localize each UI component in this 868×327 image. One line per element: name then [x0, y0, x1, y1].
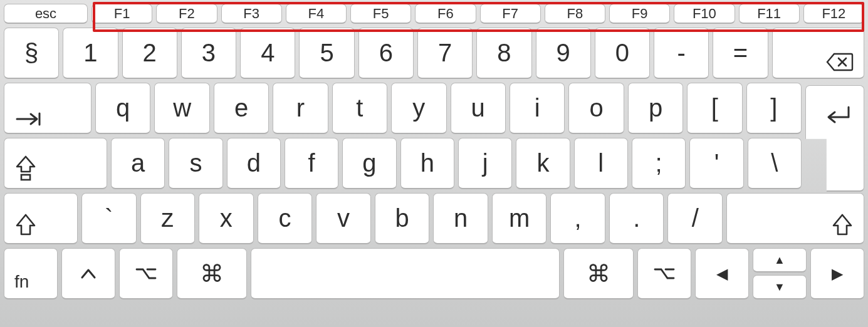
f2-label: F2	[179, 6, 195, 22]
f8-key[interactable]: F8	[545, 4, 605, 24]
digit-7-label: 7	[438, 39, 452, 67]
b-key[interactable]: b	[375, 193, 430, 244]
digit-6-label: 6	[379, 39, 393, 67]
o-key[interactable]: o	[568, 83, 624, 134]
x-key[interactable]: x	[199, 193, 254, 244]
f5-key[interactable]: F5	[350, 4, 411, 24]
l-key[interactable]: l	[574, 138, 628, 189]
f-key[interactable]: f	[285, 138, 338, 189]
digit-3-label: 3	[202, 39, 216, 67]
arrow-down-key[interactable]: ▼	[753, 275, 807, 299]
f11-key[interactable]: F11	[739, 4, 800, 24]
l-label: l	[598, 149, 604, 177]
f12-key[interactable]: F12	[803, 4, 864, 24]
t-key[interactable]: t	[332, 83, 387, 134]
f1-key[interactable]: F1	[92, 4, 152, 24]
digit-3-key[interactable]: 3	[181, 28, 236, 79]
f3-key[interactable]: F3	[221, 4, 282, 24]
backslash-key[interactable]: \	[748, 138, 802, 189]
d-label: d	[247, 149, 261, 177]
digit-4-key[interactable]: 4	[240, 28, 295, 79]
r-key[interactable]: r	[273, 83, 328, 134]
d-key[interactable]: d	[227, 138, 281, 189]
f10-key[interactable]: F10	[674, 4, 735, 24]
fn-key[interactable]: fn	[4, 248, 58, 299]
j-key[interactable]: j	[458, 138, 512, 189]
minus-key[interactable]: -	[654, 28, 709, 79]
a-key[interactable]: a	[111, 138, 165, 189]
comma-key[interactable]: ,	[550, 193, 605, 244]
k-key[interactable]: k	[516, 138, 570, 189]
backtick-key[interactable]: `	[81, 193, 137, 244]
z-key[interactable]: z	[140, 193, 196, 244]
space-key[interactable]	[251, 248, 560, 299]
esc-key[interactable]: esc	[4, 4, 88, 24]
k-label: k	[536, 149, 549, 177]
slash-key[interactable]: /	[667, 193, 723, 244]
digit-4-label: 4	[261, 39, 275, 67]
semicolon-key[interactable]: ;	[632, 138, 686, 189]
equals-label: =	[733, 39, 748, 67]
apostrophe-key[interactable]: '	[689, 138, 743, 189]
section-label: §	[24, 39, 38, 67]
backspace-key[interactable]	[772, 28, 864, 79]
m-label: m	[509, 204, 530, 232]
digit-2-key[interactable]: 2	[122, 28, 177, 79]
j-label: j	[483, 149, 488, 177]
f2-key[interactable]: F2	[156, 4, 217, 24]
o-label: o	[589, 94, 603, 122]
right-command-key[interactable]: ⌘	[563, 248, 634, 299]
tab-key[interactable]	[4, 83, 92, 134]
capslock-key[interactable]	[4, 138, 107, 189]
s-key[interactable]: s	[169, 138, 222, 189]
digit-6-key[interactable]: 6	[358, 28, 414, 79]
right-shift-key[interactable]	[726, 193, 864, 244]
digit-7-key[interactable]: 7	[417, 28, 473, 79]
f4-label: F4	[308, 6, 325, 22]
digit-5-key[interactable]: 5	[299, 28, 354, 79]
u-key[interactable]: u	[451, 83, 506, 134]
f-label: f	[308, 149, 315, 177]
f7-key[interactable]: F7	[480, 4, 541, 24]
left-shift-key[interactable]	[4, 193, 78, 244]
g-key[interactable]: g	[342, 138, 396, 189]
n-label: n	[454, 204, 468, 232]
p-key[interactable]: p	[628, 83, 683, 134]
period-key[interactable]: .	[609, 193, 664, 244]
f6-key[interactable]: F6	[415, 4, 476, 24]
period-label: .	[633, 204, 640, 232]
arrow-left-icon: ◀	[716, 265, 728, 283]
arrow-right-key[interactable]: ▶	[810, 248, 864, 299]
e-key[interactable]: e	[214, 83, 269, 134]
h-key[interactable]: h	[400, 138, 454, 189]
digit-9-key[interactable]: 9	[536, 28, 591, 79]
bracket-right-key[interactable]: ]	[746, 83, 802, 134]
equals-key[interactable]: =	[713, 28, 768, 79]
arrow-left-key[interactable]: ◀	[695, 248, 749, 299]
n-key[interactable]: n	[433, 193, 488, 244]
c-key[interactable]: c	[258, 193, 313, 244]
m-key[interactable]: m	[492, 193, 547, 244]
arrow-up-key[interactable]: ▲	[753, 248, 807, 272]
i-label: i	[535, 94, 540, 122]
digit-1-key[interactable]: 1	[63, 28, 118, 79]
w-key[interactable]: w	[154, 83, 209, 134]
option-icon	[654, 267, 675, 281]
y-key[interactable]: y	[391, 83, 446, 134]
shift-icon	[14, 213, 37, 237]
left-command-key[interactable]: ⌘	[177, 248, 247, 299]
digit-8-key[interactable]: 8	[476, 28, 531, 79]
f4-key[interactable]: F4	[286, 4, 347, 24]
tab-icon	[14, 112, 44, 127]
section-key[interactable]: §	[4, 28, 59, 79]
f9-key[interactable]: F9	[609, 4, 670, 24]
i-key[interactable]: i	[510, 83, 565, 134]
q-key[interactable]: q	[95, 83, 150, 134]
bracket-left-key[interactable]: [	[687, 83, 742, 134]
left-option-key[interactable]	[119, 248, 173, 299]
b-label: b	[395, 204, 409, 232]
right-option-key[interactable]	[637, 248, 691, 299]
v-key[interactable]: v	[316, 193, 371, 244]
digit-0-key[interactable]: 0	[595, 28, 650, 79]
control-key[interactable]	[61, 248, 115, 299]
